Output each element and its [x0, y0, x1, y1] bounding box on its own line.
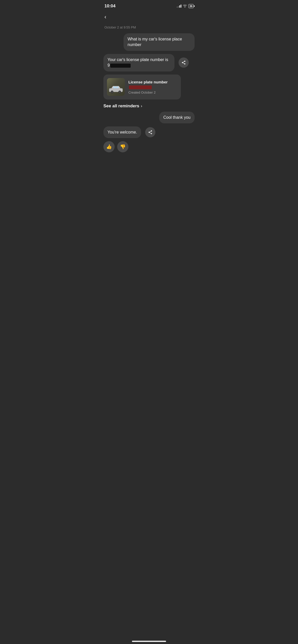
svg-point-4 — [119, 91, 120, 92]
thumbs-down-icon: 👎 — [120, 144, 126, 150]
user-bubble: Cool thank you — [159, 112, 195, 123]
message-text: Cool thank you — [163, 115, 191, 120]
status-bar: 10:04 36 — [99, 0, 199, 11]
thumbs-down-button[interactable]: 👎 — [117, 141, 128, 152]
battery-icon: 36 — [188, 4, 194, 8]
share-button[interactable] — [145, 127, 155, 137]
wifi-icon — [183, 4, 187, 8]
date-separator: October 2 at 9:55 PM — [99, 24, 199, 33]
message-text: You're welcome. — [107, 130, 137, 134]
share-button[interactable] — [179, 57, 189, 68]
message-row: Your car's license plate number is 9 — [103, 54, 195, 71]
signal-icon — [177, 5, 181, 8]
redacted-text — [110, 64, 131, 68]
assistant-bubble-row: You're welcome. — [103, 126, 155, 138]
see-all-reminders-row[interactable]: See all reminders › — [99, 101, 199, 111]
chat-container: What is my car's license place number Yo… — [99, 33, 199, 99]
user-bubble: What is my car's license place number — [124, 33, 195, 51]
thumbs-up-button[interactable]: 👍 — [103, 141, 115, 152]
assistant-bubble-row: Your car's license plate number is 9 — [103, 54, 195, 71]
feedback-row: 👍 👎 — [99, 140, 199, 156]
message-text: What is my car's license place number — [128, 37, 182, 47]
reminder-info: License plate number Created October 2 — [128, 80, 177, 94]
see-all-reminders-label: See all reminders — [103, 104, 139, 109]
reminder-date: Created October 2 — [128, 91, 177, 94]
message-row: You're welcome. — [103, 126, 195, 138]
reminder-thumbnail — [107, 78, 125, 96]
chat-container-2: Cool thank you You're welcome. — [99, 112, 199, 138]
status-time: 10:04 — [104, 4, 115, 9]
assistant-bubble: You're welcome. — [103, 126, 141, 138]
redacted-plate — [129, 85, 152, 89]
message-text: Your car's license plate number is 9 — [107, 57, 168, 67]
chevron-right-icon: › — [141, 104, 142, 109]
status-icons: 36 — [177, 4, 194, 8]
reminder-card[interactable]: License plate number Created October 2 — [103, 75, 181, 99]
svg-point-3 — [111, 91, 113, 92]
car-silhouette — [108, 84, 124, 94]
assistant-bubble: Your car's license plate number is 9 — [103, 54, 174, 71]
thumbs-up-icon: 👍 — [106, 144, 112, 150]
nav-bar: ‹ — [99, 11, 199, 24]
reminder-title: License plate number — [128, 80, 177, 90]
message-row: What is my car's license place number — [103, 33, 195, 51]
message-row: Cool thank you — [103, 112, 195, 123]
svg-rect-5 — [113, 86, 116, 88]
svg-rect-6 — [116, 86, 118, 88]
back-button[interactable]: ‹ — [104, 13, 106, 21]
car-image — [107, 78, 125, 96]
share-icon — [181, 60, 186, 65]
reminder-card-row: License plate number Created October 2 — [103, 75, 195, 99]
share-icon — [148, 130, 153, 135]
